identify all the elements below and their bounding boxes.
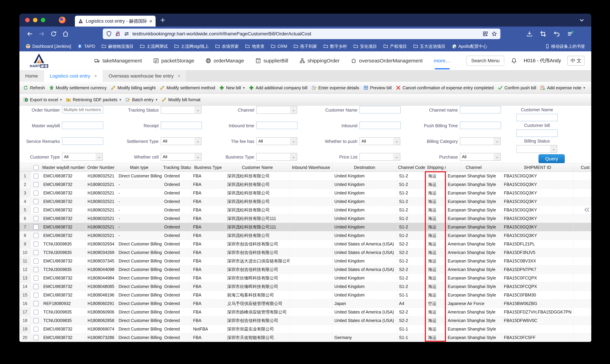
url-text[interactable]: testtrunkbookingmgr.hart-worldwide.com/#…	[133, 31, 480, 37]
row-checkbox[interactable]	[33, 310, 39, 315]
bookmark-apollo配置中心[interactable]: Apollo配置中心	[451, 44, 487, 49]
tab-home[interactable]: Home	[19, 70, 44, 82]
row-checkbox[interactable]	[33, 250, 39, 255]
table-row[interactable]: 20EMCU9838732H1808073286Direct Customer …	[19, 333, 591, 342]
table-row[interactable]: 5EMCU9838732H1808032521-OrderedFBA深圳茂松科技…	[19, 206, 591, 214]
nav-item-packetstorage[interactable]: packetStorage	[153, 51, 194, 70]
bell-icon[interactable]	[511, 57, 517, 64]
row-checkbox[interactable]	[33, 233, 39, 238]
bookmark-农场管家[interactable]: 农场管家	[215, 44, 239, 49]
bookmark-star-icon[interactable]	[491, 31, 497, 37]
browser-tab[interactable]: Logistics cost entry - 赫德国际物 ×	[75, 16, 156, 26]
tab-overseas-warehouse-fee-entry[interactable]: Overseas warehouse fee entry×	[103, 70, 186, 82]
undo-closed-tab-button[interactable]	[553, 30, 560, 38]
table-row[interactable]: 4EMCU9838732H1808032521-OrderedFBA深圳茂松科技…	[19, 197, 591, 206]
app-menu-button[interactable]	[567, 30, 574, 38]
downloads-button[interactable]	[526, 30, 533, 38]
modify-bill-format-button[interactable]: Modify bill format	[160, 96, 202, 103]
mobile-bookmarks-button[interactable]: 移动设备上的书签	[545, 44, 585, 49]
bookmark-燕子到家[interactable]: 燕子到家	[293, 44, 317, 49]
row-checkbox[interactable]	[33, 173, 39, 179]
row-checkbox[interactable]	[33, 242, 39, 247]
collapse-panel-handle[interactable]: «	[584, 204, 590, 214]
forward-button[interactable]	[38, 30, 45, 38]
billing-category-select[interactable]: ⌄	[460, 137, 501, 145]
table-row[interactable]: 2EMCU9838732H1808032521-OrderedFBA深圳茂松科技…	[19, 180, 591, 189]
purchase-select[interactable]: All⌄	[460, 153, 501, 161]
row-checkbox[interactable]	[33, 301, 39, 306]
channel-name-input[interactable]	[460, 106, 501, 114]
row-checkbox[interactable]	[33, 259, 39, 264]
table-row[interactable]: 18TCNU3009835H1808062858Direct Customer …	[19, 316, 591, 325]
row-checkbox[interactable]	[33, 267, 39, 272]
select-all-header[interactable]	[31, 163, 41, 172]
select-all-checkbox[interactable]	[33, 165, 39, 170]
side-customer-bill-input[interactable]	[516, 130, 557, 137]
retrieving-sdf-packets-button[interactable]: Retrieving SDF packets▾	[64, 96, 123, 103]
tab-close-icon[interactable]: ×	[94, 74, 97, 79]
table-row[interactable]: 14EMCU9838732H1808048085Direct Customer …	[19, 282, 591, 291]
table-row[interactable]: 1EMCU9838732H1808032521Direct Customer B…	[19, 172, 591, 180]
bookmark-dashboard-jenkins[interactable]: Dashboard [Jenkins]	[26, 44, 71, 49]
refresh-button[interactable]: Refresh	[21, 84, 47, 91]
side-customer-name-input[interactable]	[516, 114, 557, 121]
table-row[interactable]: 3EMCU9838732H1808032521-OrderedFBA深圳茂松科技…	[19, 189, 591, 197]
table-row[interactable]: 13EMCU9838732H1808044984Direct Customer …	[19, 274, 591, 282]
user-label[interactable]: H016 - 代伟Andy	[524, 57, 561, 64]
permissions-icon[interactable]	[124, 31, 130, 37]
row-checkbox[interactable]	[33, 182, 39, 187]
export-to-excel-button[interactable]: XExport to excel▾	[21, 96, 64, 103]
qr-scan-icon[interactable]	[482, 31, 489, 37]
row-checkbox[interactable]	[33, 199, 39, 204]
table-row[interactable]: 17TCNU3009835H1808060906Direct Customer …	[19, 308, 591, 316]
table-row[interactable]: 10TCNU3009835H1808034269Direct Customer …	[19, 248, 591, 257]
table-row[interactable]: 16REF18080932H1808060291Direct Customer …	[19, 299, 591, 308]
search-menu-button[interactable]: Search Menu	[466, 56, 504, 66]
row-checkbox[interactable]	[33, 191, 39, 195]
query-button[interactable]: Query	[539, 154, 565, 163]
new-tab-button[interactable]: +	[160, 16, 165, 24]
table-row[interactable]: 6EMCU9838732H1808032521-OrderedFBA深圳茂松科技…	[19, 214, 591, 223]
table-row[interactable]: 12TCNU3009835H1808044098Direct Customer …	[19, 265, 591, 274]
modify-settlement-method-button[interactable]: Modify settlement method	[158, 84, 217, 91]
enter-expense-details-button[interactable]: Enter expense details	[310, 84, 361, 91]
side-billing-status-select[interactable]: ⌄	[516, 145, 557, 153]
bookmark-crm[interactable]: CRM	[271, 44, 287, 49]
modify-billing-weight-button[interactable]: Modify billing weight	[109, 84, 157, 91]
batch-entry-button[interactable]: Batch entry▾	[124, 96, 159, 103]
nav-item-ordermanage[interactable]: orderManage	[205, 51, 244, 70]
home-button[interactable]	[62, 30, 69, 38]
table-row[interactable]: 7EMCU9838732H1808032521-OrderedFBA深圳茂松科技…	[19, 223, 591, 231]
bookmark-土流网stg-线上[interactable]: 土流网stg/线上	[174, 44, 209, 49]
table-row[interactable]: 9TCNU3009835H1808032934Direct Customer B…	[19, 240, 591, 248]
close-window-button[interactable]	[25, 18, 30, 22]
bookmark-赫德物流项目[interactable]: 赫德物流项目	[101, 44, 134, 49]
bookmark-土流网测试[interactable]: 土流网测试	[140, 44, 168, 49]
zoom-window-button[interactable]	[41, 18, 45, 22]
add-additional-company-bill-button[interactable]: Add additional company bill	[247, 84, 309, 91]
confirm-push-bill-button[interactable]: Confirm push bill	[496, 84, 538, 91]
bookmark-五大连池项目[interactable]: 五大连池项目	[413, 44, 445, 49]
nav-item-more[interactable]: more…	[434, 51, 451, 70]
nav-item-overseasordermanagement[interactable]: overseasOrderManagement	[351, 51, 423, 70]
language-button[interactable]: 中 文	[568, 56, 584, 66]
row-checkbox[interactable]	[33, 284, 39, 289]
modify-settlement-currency-button[interactable]: Modify settlement currency	[47, 84, 108, 91]
shield-icon[interactable]	[106, 31, 112, 37]
bookmark-数字乡村[interactable]: 数字乡村	[323, 44, 347, 49]
bookmark-安化项目[interactable]: 安化项目	[353, 44, 377, 49]
reload-button[interactable]	[50, 30, 57, 38]
row-checkbox[interactable]	[33, 216, 39, 221]
add-expense-note-button[interactable]: Add expense note▾	[539, 84, 587, 91]
bookmark-地查查[interactable]: 地查查	[245, 44, 265, 49]
bookmark-tapd[interactable]: TAPD	[77, 44, 95, 49]
insecure-lock-icon[interactable]	[115, 31, 121, 37]
nav-item-shippingorder[interactable]: shippingOrder	[299, 51, 340, 70]
back-button[interactable]	[26, 30, 33, 38]
row-checkbox[interactable]	[33, 275, 39, 281]
row-checkbox[interactable]	[33, 208, 39, 213]
cancel-confirmation-of-expense-entry-completed-button[interactable]: Cancel confirmation of expense entry com…	[394, 84, 495, 91]
row-checkbox[interactable]	[33, 318, 39, 323]
push-billing-time-input[interactable]	[460, 122, 501, 129]
screenshot-button[interactable]	[540, 30, 547, 38]
